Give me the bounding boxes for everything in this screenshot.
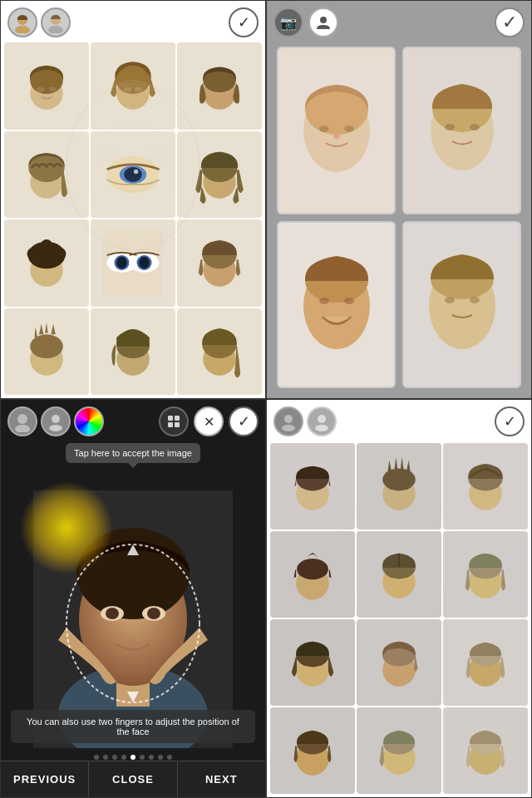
dot-6: [140, 755, 145, 760]
tool-icon-group: [7, 406, 104, 436]
close-button[interactable]: CLOSE: [89, 761, 177, 797]
svg-marker-106: [401, 457, 404, 469]
tool-color-wheel[interactable]: [74, 406, 104, 436]
bottom-hint: You can also use two fingers to adjust t…: [11, 710, 255, 743]
photo-grid: [267, 1, 531, 398]
svg-marker-104: [388, 461, 392, 472]
person-icon[interactable]: [308, 7, 338, 37]
next-button[interactable]: NEXT: [178, 761, 265, 797]
dots-indicator: [1, 755, 265, 760]
svg-point-90: [66, 544, 200, 702]
svg-point-103: [382, 468, 416, 490]
svg-rect-77: [168, 416, 173, 421]
avatar-male-icon[interactable]: [41, 7, 71, 37]
header-top-right: 📷 ✓: [273, 7, 525, 37]
svg-point-3: [48, 26, 63, 33]
hair-cell-m10[interactable]: [270, 707, 355, 794]
hair-cell-m4[interactable]: [270, 531, 355, 618]
puzzle-button[interactable]: [159, 406, 189, 436]
hair-cell-m5[interactable]: [357, 531, 441, 618]
svg-point-93: [284, 415, 293, 423]
svg-point-66: [319, 298, 329, 304]
photo-cell-1[interactable]: [277, 47, 396, 214]
photo-icon-group: 📷: [273, 7, 338, 37]
face-alignment-area: [1, 441, 265, 797]
panel-top-left: ✓: [0, 0, 266, 399]
photo-face-1: [283, 64, 391, 197]
hair-cell-m7[interactable]: [270, 619, 355, 706]
check-button-tl[interactable]: ✓: [229, 7, 259, 37]
dot-1: [94, 755, 99, 760]
svg-point-71: [445, 297, 455, 303]
avatar-male-1-icon[interactable]: [273, 406, 303, 436]
photo-face-3: [283, 238, 391, 371]
hair-cell-m12[interactable]: [443, 707, 528, 794]
camera-icon[interactable]: 📷: [273, 7, 303, 37]
avatar-pair-tl: [7, 7, 71, 37]
avatar-pair-br: [273, 406, 337, 436]
svg-marker-105: [395, 457, 398, 469]
panel-bottom-right: ✓: [266, 399, 532, 798]
hair-cell-m2[interactable]: [357, 443, 441, 530]
hair-cell-m1[interactable]: [270, 443, 355, 530]
svg-point-62: [470, 124, 480, 131]
hair-cell-m6[interactable]: [443, 531, 528, 618]
svg-point-1: [15, 26, 30, 33]
avatar-female-icon[interactable]: [7, 7, 37, 37]
photo-cell-3[interactable]: [277, 221, 396, 389]
svg-marker-46: [35, 327, 38, 337]
svg-point-94: [282, 425, 295, 431]
hair-grid-male: [267, 400, 531, 797]
avatar-male-2-icon[interactable]: [307, 406, 337, 436]
hair-cell-m11[interactable]: [357, 707, 441, 794]
check-button-tr[interactable]: ✓: [495, 7, 525, 37]
tool-avatar-1[interactable]: [7, 406, 37, 436]
svg-rect-78: [175, 416, 180, 421]
header-bottom-left: ✕ ✓: [7, 406, 259, 436]
header-top-left: ✓: [7, 7, 259, 37]
svg-point-95: [318, 415, 326, 423]
svg-point-74: [15, 425, 30, 432]
face-sketch-bg: [42, 34, 224, 350]
photo-cell-4[interactable]: [402, 221, 521, 389]
hair-cell-m3[interactable]: [443, 443, 528, 530]
photo-face-4: [408, 238, 516, 371]
svg-rect-80: [175, 422, 180, 427]
bottom-nav: PREVIOUS CLOSE NEXT: [1, 761, 265, 797]
svg-point-73: [17, 414, 27, 424]
svg-marker-91: [127, 544, 139, 555]
svg-point-55: [319, 126, 329, 132]
svg-point-61: [445, 124, 455, 131]
svg-point-51: [320, 17, 327, 23]
svg-point-56: [344, 126, 354, 132]
tool-avatar-2[interactable]: [41, 406, 71, 436]
previous-button[interactable]: PREVIOUS: [1, 761, 89, 797]
svg-point-57: [333, 134, 340, 139]
svg-point-76: [49, 425, 62, 431]
svg-point-72: [470, 297, 480, 303]
svg-point-111: [297, 559, 328, 579]
dot-2: [103, 755, 108, 760]
accept-tooltip: Tap here to accept the image: [66, 443, 200, 463]
check-button-br[interactable]: ✓: [495, 406, 525, 436]
panel-top-right: 📷 ✓: [266, 0, 532, 399]
panel-bottom-left: ✕ ✓ Tap here to accept the image: [0, 399, 266, 798]
cancel-button[interactable]: ✕: [194, 406, 224, 436]
dot-7: [149, 755, 154, 760]
dot-3: [112, 755, 117, 760]
photo-cell-2[interactable]: [402, 47, 521, 214]
hair-cell-m9[interactable]: [443, 619, 528, 706]
svg-point-67: [344, 298, 354, 304]
dot-8: [158, 755, 163, 760]
face-outline: [62, 540, 204, 707]
hair-cell-m8[interactable]: [357, 619, 441, 706]
svg-marker-107: [406, 461, 411, 472]
dot-4: [121, 755, 126, 760]
svg-marker-92: [127, 692, 139, 702]
main-grid: ✓: [0, 0, 532, 798]
svg-rect-79: [168, 422, 173, 427]
svg-point-96: [315, 425, 328, 431]
dot-9: [167, 755, 172, 760]
photo-face-2: [408, 64, 516, 197]
accept-button-bl[interactable]: ✓: [229, 406, 259, 436]
